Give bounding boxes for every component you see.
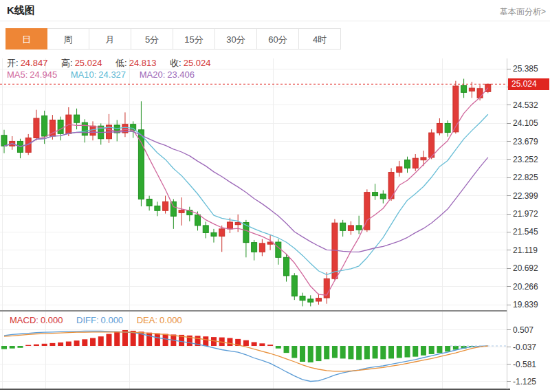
tab-15min[interactable]: 15分 <box>173 28 215 50</box>
price-axis-label: 21.545 <box>513 227 538 237</box>
price-axis-label: 22.825 <box>513 173 538 182</box>
close-value: 25.024 <box>184 58 211 68</box>
macd-legend: MACD:0.000 DIFF:0.000 DEA:0.000 <box>10 315 184 325</box>
diff-label: DIFF: <box>76 315 99 325</box>
macd-axis-label: -0.037 <box>513 342 536 352</box>
ma20-value: 23.406 <box>167 69 195 80</box>
macd-axis-label: -0.581 <box>513 360 536 369</box>
page-title: K线图 <box>7 4 35 17</box>
dea-value: 0.000 <box>160 315 182 325</box>
macd-label: MACD: <box>10 315 38 325</box>
macd-axis-label: -1.125 <box>513 377 536 386</box>
price-axis-label: 21.119 <box>513 246 538 255</box>
tab-5min[interactable]: 5分 <box>131 28 173 50</box>
high-value: 25.024 <box>75 58 102 68</box>
current-price-tag: 25.024 <box>508 78 549 90</box>
ma-legend: MA5:24.945 MA10:24.327 MA20:23.406 <box>7 69 197 80</box>
open-value: 24.847 <box>21 58 48 68</box>
ma10-label: MA10: <box>71 69 97 80</box>
macd-value: 0.000 <box>41 315 63 325</box>
macd-axis-label: 0.507 <box>513 325 534 335</box>
ohlc-legend: 开:24.847 高:25.024 低:24.813 收:25.024 <box>7 57 212 69</box>
ma20-label: MA20: <box>140 69 166 80</box>
page-header: K线图 基本面分析> <box>0 0 550 21</box>
dea-label: DEA: <box>137 315 157 325</box>
tab-60min[interactable]: 60分 <box>257 28 299 50</box>
tab-30min[interactable]: 30分 <box>215 28 257 50</box>
tab-4hour[interactable]: 4时 <box>299 28 341 50</box>
price-axis-label: 21.972 <box>513 209 538 219</box>
ma5-label: MA5: <box>7 69 28 80</box>
diff-value: 0.000 <box>101 315 124 325</box>
timeframe-tabs: 日周月5分15分30分60分4时 <box>6 28 341 50</box>
fundamental-analysis-link[interactable]: 基本面分析> <box>500 6 546 18</box>
price-axis-label: 20.266 <box>513 282 538 292</box>
tab-month[interactable]: 月 <box>89 28 131 50</box>
tab-week[interactable]: 周 <box>47 28 89 50</box>
open-label: 开: <box>7 58 19 68</box>
tab-day[interactable]: 日 <box>6 28 47 50</box>
price-axis-label: 19.839 <box>513 300 538 309</box>
price-axis-label: 23.252 <box>513 155 538 164</box>
price-axis-label: 22.399 <box>513 191 538 201</box>
ma10-value: 24.327 <box>98 69 126 80</box>
price-axis-label: 24.532 <box>513 100 538 110</box>
ma5-value: 24.945 <box>30 69 57 80</box>
price-axis-label: 25.385 <box>513 64 538 74</box>
low-value: 24.813 <box>129 58 157 68</box>
price-axis-label: 23.679 <box>513 137 538 146</box>
low-label: 低: <box>116 58 127 68</box>
price-axis-label: 24.105 <box>513 118 538 128</box>
close-label: 收: <box>170 58 182 68</box>
price-axis-label: 20.692 <box>513 263 538 273</box>
high-label: 高: <box>61 58 73 68</box>
kline-page: K线图 基本面分析> 日周月5分15分30分60分4时 开:24.847 高:2… <box>0 0 550 392</box>
